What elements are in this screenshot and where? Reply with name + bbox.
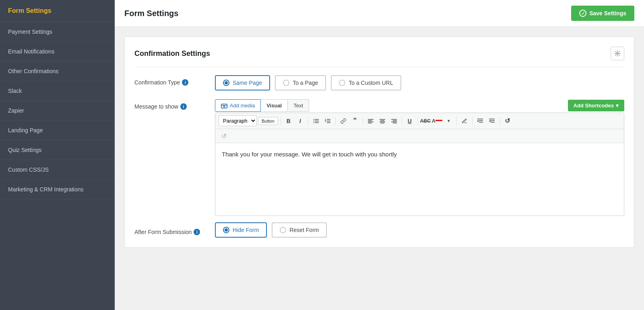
tab-visual[interactable]: Visual (261, 99, 288, 112)
color-picker-arrow-icon[interactable]: ▾ (444, 116, 454, 126)
toolbar-sep-8 (472, 117, 473, 125)
sidebar-item-slack[interactable]: Slack (0, 81, 115, 101)
confirmation-option-to-a-page-label: To a Page (293, 80, 318, 86)
svg-point-7 (313, 121, 314, 121)
toolbar-sep-2 (308, 117, 308, 125)
sidebar-item-email-notifications[interactable]: Email Notifications (0, 42, 115, 62)
sidebar-item-landing-page[interactable]: Landing Page (0, 121, 115, 140)
message-to-show-row: Message to show i (134, 99, 624, 216)
editor-toolbar-row2: ↺ (215, 129, 624, 143)
radio-dot-to-a-page (283, 80, 289, 86)
confirmation-settings-card: Confirmation Settings Confirmation Type … (124, 37, 634, 248)
save-button-label: Save Settings (589, 10, 626, 16)
toolbar-sep-3 (335, 117, 336, 125)
sidebar-item-marketing-crm[interactable]: Marketing & CRM Integrations (0, 180, 115, 199)
editor-tabs: Add media Visual Text (215, 99, 309, 112)
strikethrough-icon[interactable]: ABC (420, 116, 431, 126)
align-right-icon[interactable] (389, 116, 399, 126)
editor-text: Thank you for your message. We will get … (222, 151, 397, 158)
svg-point-2 (223, 106, 225, 107)
confirmation-type-options: Same Page To a Page To a Custom URL (215, 75, 624, 90)
toolbar-sep-5 (402, 117, 402, 125)
toolbar-sep-1 (281, 117, 281, 125)
unordered-list-icon[interactable] (311, 116, 321, 126)
radio-dot-to-custom-url (339, 80, 345, 86)
after-submission-info-icon[interactable]: i (194, 229, 200, 235)
undo-button[interactable]: ↺ (219, 131, 229, 141)
italic-icon[interactable]: I (295, 116, 305, 126)
add-media-label: Add media (230, 103, 255, 109)
chevron-down-icon: ▾ (616, 103, 619, 109)
confirmation-option-to-custom-url[interactable]: To a Custom URL (331, 75, 401, 90)
format-select[interactable]: Paragraph (219, 115, 257, 126)
add-media-button[interactable]: Add media (215, 99, 261, 112)
confirmation-type-label: Confirmation Type i (134, 75, 215, 86)
indent-icon[interactable] (475, 116, 485, 126)
toolbar-sep-9 (500, 117, 500, 125)
check-circle-icon: ✓ (579, 10, 586, 17)
link-icon[interactable] (338, 116, 349, 126)
add-shortcodes-button[interactable]: Add Shortcodes ▾ (568, 100, 624, 111)
after-submission-controls: Hide Form Reset Form (215, 222, 624, 238)
card-header: Confirmation Settings (134, 47, 624, 67)
toolbar-sep-4 (363, 117, 363, 125)
radio-dot-inner-hide-form (225, 228, 228, 232)
after-form-submission-row: After Form Submission i Hide Form (134, 222, 624, 238)
svg-point-6 (313, 119, 314, 120)
svg-point-0 (617, 53, 618, 54)
svg-text:2.: 2. (325, 120, 327, 122)
after-submission-label: After Form Submission i (134, 225, 215, 235)
editor-toolbar-row1: Paragraph Button B I (215, 113, 624, 129)
editor-toolbar-top: Add media Visual Text Add Shortcodes ▾ (215, 99, 624, 112)
app-layout: Form Settings Payment Settings Email Not… (0, 0, 644, 310)
after-option-hide-form-label: Hide Form (233, 227, 259, 233)
radio-dot-same-page (223, 80, 229, 86)
confirmation-option-to-a-page[interactable]: To a Page (275, 75, 326, 90)
sidebar-item-other-confirmations[interactable]: Other Confirmations (0, 62, 115, 81)
gear-icon (614, 50, 621, 57)
add-shortcodes-label: Add Shortcodes (574, 103, 614, 109)
after-option-reset-form-label: Reset Form (289, 227, 319, 233)
align-center-icon[interactable] (377, 116, 388, 126)
after-option-reset-form[interactable]: Reset Form (272, 222, 327, 238)
underline-icon[interactable]: U (405, 116, 415, 126)
svg-point-8 (313, 122, 314, 123)
after-submission-options: Hide Form Reset Form (215, 222, 624, 238)
main-area: Form Settings ✓ Save Settings Confirmati… (115, 0, 644, 310)
page-title: Form Settings (124, 9, 178, 18)
tab-text[interactable]: Text (288, 99, 309, 112)
bold-icon[interactable]: B (283, 116, 294, 126)
after-option-hide-form[interactable]: Hide Form (215, 222, 267, 238)
undo-top-icon[interactable]: ↺ (502, 116, 513, 126)
save-settings-button[interactable]: ✓ Save Settings (571, 6, 634, 21)
sidebar: Form Settings Payment Settings Email Not… (0, 0, 115, 310)
sidebar-title: Form Settings (0, 0, 115, 22)
radio-dot-inner-same-page (225, 81, 228, 84)
confirmation-option-same-page[interactable]: Same Page (215, 75, 270, 90)
blockquote-icon[interactable]: " (350, 116, 360, 126)
message-info-icon[interactable]: i (180, 103, 187, 110)
sidebar-item-custom-css-js[interactable]: Custom CSS/JS (0, 160, 115, 180)
sidebar-item-payment-settings[interactable]: Payment Settings (0, 22, 115, 42)
ordered-list-icon[interactable]: 1.2. (322, 116, 333, 126)
confirmation-type-row: Confirmation Type i Same Page (134, 75, 624, 90)
clear-format-icon[interactable] (459, 116, 470, 126)
confirmation-type-info-icon[interactable]: i (182, 79, 188, 86)
editor-box: Paragraph Button B I (215, 113, 624, 216)
topbar: Form Settings ✓ Save Settings (115, 0, 644, 27)
gear-settings-button[interactable] (611, 47, 624, 60)
card-title: Confirmation Settings (134, 49, 210, 58)
sidebar-item-zapier[interactable]: Zapier (0, 101, 115, 121)
sidebar-item-quiz-settings[interactable]: Quiz Settings (0, 140, 115, 160)
message-to-show-label: Message to show i (134, 99, 215, 110)
button-toolbar-btn[interactable]: Button (258, 117, 278, 125)
outdent-icon[interactable] (487, 116, 497, 126)
toolbar-sep-6 (417, 117, 418, 125)
content-area: Confirmation Settings Confirmation Type … (115, 27, 644, 310)
text-color-icon[interactable]: A (432, 116, 442, 126)
editor-content[interactable]: Thank you for your message. We will get … (215, 143, 624, 216)
radio-dot-hide-form (223, 227, 229, 233)
confirmation-type-controls: Same Page To a Page To a Custom URL (215, 75, 624, 90)
editor-wrapper: Add media Visual Text Add Shortcodes ▾ (215, 99, 624, 216)
align-left-icon[interactable] (365, 116, 376, 126)
